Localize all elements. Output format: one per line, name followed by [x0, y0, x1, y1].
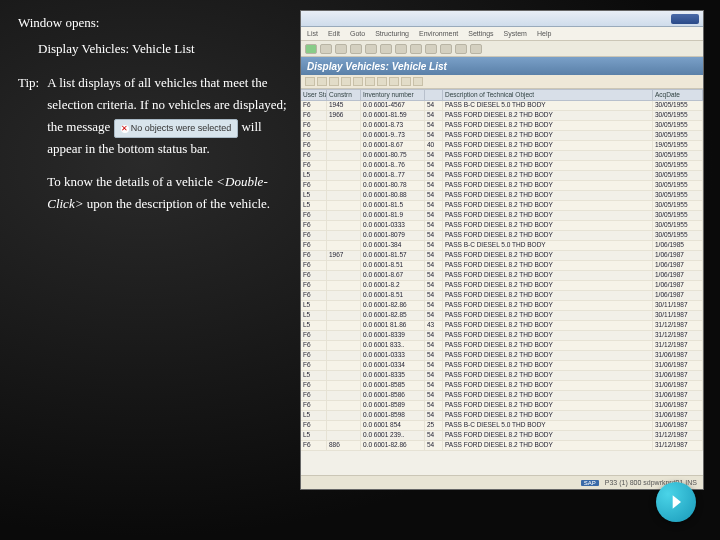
app-toolbar-button[interactable] — [329, 77, 339, 86]
cell: 31/06/1987 — [653, 391, 703, 400]
cell — [327, 401, 361, 410]
toolbar-button[interactable] — [365, 44, 377, 54]
app-toolbar-button[interactable] — [305, 77, 315, 86]
cell: 31/12/1987 — [653, 321, 703, 330]
table-row[interactable]: L50.0 6001-833554PASS FORD DIESEL 8.2 TH… — [301, 371, 703, 381]
cell: 30/05/1955 — [653, 121, 703, 130]
toolbar-button[interactable] — [455, 44, 467, 54]
toolbar-button[interactable] — [425, 44, 437, 54]
cell: 0.0 6001-9..73 — [361, 131, 425, 140]
col-user-status[interactable]: User Status — [301, 90, 327, 100]
cell: PASS FORD DIESEL 8.2 THD BODY — [443, 411, 653, 420]
app-toolbar-button[interactable] — [341, 77, 351, 86]
menu-item[interactable]: List — [307, 30, 318, 37]
table-row[interactable]: F60.0 6001-033454PASS FORD DIESEL 8.2 TH… — [301, 361, 703, 371]
table-row[interactable]: F619670.0 6001-81.5754PASS FORD DIESEL 8… — [301, 251, 703, 261]
table-row[interactable]: F60.0 6001-8.6740PASS FORD DIESEL 8.2 TH… — [301, 141, 703, 151]
table-row[interactable]: F60.0 6001-8..7654PASS FORD DIESEL 8.2 T… — [301, 161, 703, 171]
toolbar-button[interactable] — [320, 44, 332, 54]
table-row[interactable]: F60.0 6001 833..54PASS FORD DIESEL 8.2 T… — [301, 341, 703, 351]
menu-item[interactable]: Structuring — [375, 30, 409, 37]
cell: 0.0 6001-81.59 — [361, 111, 425, 120]
table-row[interactable]: L50.0 6001-82.8554PASS FORD DIESEL 8.2 T… — [301, 311, 703, 321]
cell: 0.0 6001 81.86 — [361, 321, 425, 330]
table-row[interactable]: L50.0 6001 239..54PASS FORD DIESEL 8.2 T… — [301, 431, 703, 441]
cell: 54 — [425, 371, 443, 380]
cell: 0.0 6001-82.85 — [361, 311, 425, 320]
cell: 31/12/1987 — [653, 331, 703, 340]
menu-item[interactable]: Settings — [468, 30, 493, 37]
menu-item[interactable]: Help — [537, 30, 551, 37]
table-row[interactable]: F60.0 6001-858954PASS FORD DIESEL 8.2 TH… — [301, 401, 703, 411]
cell: PASS FORD DIESEL 8.2 THD BODY — [443, 191, 653, 200]
app-toolbar-button[interactable] — [413, 77, 423, 86]
toolbar-button[interactable] — [440, 44, 452, 54]
col-constrn[interactable]: Constrn — [327, 90, 361, 100]
table-row[interactable]: F60.0 6001 85425PASS B-C DIESEL 5.0 THD … — [301, 421, 703, 431]
cell: 54 — [425, 151, 443, 160]
next-button[interactable] — [656, 482, 696, 522]
table-row[interactable]: F60.0 6001-8.5154PASS FORD DIESEL 8.2 TH… — [301, 291, 703, 301]
cell: F6 — [301, 151, 327, 160]
table-row[interactable]: L50.0 6001-81.554PASS FORD DIESEL 8.2 TH… — [301, 201, 703, 211]
cell: L5 — [301, 171, 327, 180]
table-row[interactable]: F60.0 6001-80.7554PASS FORD DIESEL 8.2 T… — [301, 151, 703, 161]
table-row[interactable]: L50.0 6001-80.8854PASS FORD DIESEL 8.2 T… — [301, 191, 703, 201]
table-row[interactable]: F619660.0 6001-81.5954PASS FORD DIESEL 8… — [301, 111, 703, 121]
col-inventory-number[interactable]: Inventory number — [361, 90, 425, 100]
table-row[interactable]: F60.0 6001-8.254PASS FORD DIESEL 8.2 THD… — [301, 281, 703, 291]
toolbar-button[interactable] — [380, 44, 392, 54]
toolbar-button[interactable] — [335, 44, 347, 54]
table-row[interactable]: F60.0 6001-38454PASS B-C DIESEL 5.0 THD … — [301, 241, 703, 251]
app-toolbar-button[interactable] — [389, 77, 399, 86]
table-row[interactable]: F60.0 6001-8.5154PASS FORD DIESEL 8.2 TH… — [301, 261, 703, 271]
toolbar-button[interactable] — [395, 44, 407, 54]
col-description[interactable]: Description of Technical Object — [443, 90, 653, 100]
cell: L5 — [301, 191, 327, 200]
cell: L5 — [301, 321, 327, 330]
col-acqdate[interactable]: AcqDate — [653, 90, 703, 100]
cell: PASS FORD DIESEL 8.2 THD BODY — [443, 221, 653, 230]
cell: PASS FORD DIESEL 8.2 THD BODY — [443, 261, 653, 270]
table-row[interactable]: F60.0 6001-833954PASS FORD DIESEL 8.2 TH… — [301, 331, 703, 341]
app-toolbar-button[interactable] — [377, 77, 387, 86]
menu-item[interactable]: Environment — [419, 30, 458, 37]
cell: PASS B-C DIESEL 5.0 THD BODY — [443, 101, 653, 110]
table-row[interactable]: F60.0 6001-80.7854PASS FORD DIESEL 8.2 T… — [301, 181, 703, 191]
table-row[interactable]: L50.0 6001-8..7754PASS FORD DIESEL 8.2 T… — [301, 171, 703, 181]
table-row[interactable]: L50.0 6001-82.8654PASS FORD DIESEL 8.2 T… — [301, 301, 703, 311]
menu-item[interactable]: Edit — [328, 30, 340, 37]
col-blank[interactable] — [425, 90, 443, 100]
app-toolbar-button[interactable] — [317, 77, 327, 86]
app-toolbar-button[interactable] — [353, 77, 363, 86]
table-row[interactable]: F60.0 6001-858654PASS FORD DIESEL 8.2 TH… — [301, 391, 703, 401]
cell: 30/05/1955 — [653, 161, 703, 170]
toolbar-button[interactable] — [350, 44, 362, 54]
app-toolbar-button[interactable] — [401, 77, 411, 86]
menu-item[interactable]: System — [504, 30, 527, 37]
sap-logo-button — [671, 14, 699, 24]
table-row[interactable]: F60.0 6001-033354PASS FORD DIESEL 8.2 TH… — [301, 221, 703, 231]
window-titlebar — [301, 11, 703, 27]
table-row[interactable]: L50.0 6001-859854PASS FORD DIESEL 8.2 TH… — [301, 411, 703, 421]
table-row[interactable]: F60.0 6001-858554PASS FORD DIESEL 8.2 TH… — [301, 381, 703, 391]
table-row[interactable]: F60.0 6001-807954PASS FORD DIESEL 8.2 TH… — [301, 231, 703, 241]
table-row[interactable]: F60.0 6001-81.954PASS FORD DIESEL 8.2 TH… — [301, 211, 703, 221]
enter-icon[interactable] — [305, 44, 317, 54]
table-row[interactable]: F60.0 6001-8.7354PASS FORD DIESEL 8.2 TH… — [301, 121, 703, 131]
toolbar-button[interactable] — [470, 44, 482, 54]
cell: L5 — [301, 371, 327, 380]
cell: L5 — [301, 311, 327, 320]
cell: L5 — [301, 411, 327, 420]
table-row[interactable]: L50.0 6001 81.8643PASS FORD DIESEL 8.2 T… — [301, 321, 703, 331]
table-row[interactable]: F60.0 6001-8.6754PASS FORD DIESEL 8.2 TH… — [301, 271, 703, 281]
table-row[interactable]: F68860.0 6001-82.8654PASS FORD DIESEL 8.… — [301, 441, 703, 451]
table-row[interactable]: F60.0 6001-9..7354PASS FORD DIESEL 8.2 T… — [301, 131, 703, 141]
menu-item[interactable]: Goto — [350, 30, 365, 37]
cell: 0.0 6001-8598 — [361, 411, 425, 420]
table-row[interactable]: F619450.0 6001-456754PASS B-C DIESEL 5.0… — [301, 101, 703, 111]
table-row[interactable]: F60.0 6001-033354PASS FORD DIESEL 8.2 TH… — [301, 351, 703, 361]
toolbar-button[interactable] — [410, 44, 422, 54]
app-toolbar-button[interactable] — [365, 77, 375, 86]
cell — [327, 141, 361, 150]
